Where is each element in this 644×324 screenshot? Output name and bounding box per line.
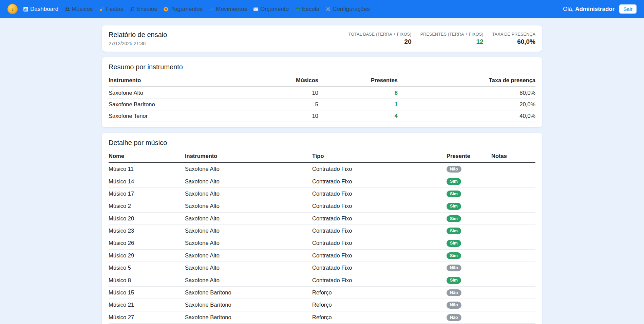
summary-row: Saxofone Barítono5120,0% xyxy=(109,99,535,110)
cell-tipo: Contratado Fixo xyxy=(312,175,447,187)
cell-presente: Sim xyxy=(447,249,491,262)
detail-table-body: Músico 11Saxofone AltoContratado FixoNão… xyxy=(109,163,535,324)
cell-presente: Sim xyxy=(447,237,491,249)
cell-taxa: 40,0% xyxy=(398,110,535,122)
nav-item-dashboard[interactable]: Dashboard xyxy=(23,6,58,13)
cell-presente: Não xyxy=(447,163,491,175)
cell-instrumento: Saxofone Alto xyxy=(185,163,312,175)
cell-notas xyxy=(491,237,535,249)
presence-badge: Não xyxy=(447,314,461,321)
nav-item-configuracoes[interactable]: Configurações xyxy=(325,6,370,13)
user-greeting: Olá, Administrador xyxy=(563,6,614,13)
cell-instrumento: Saxofone Tenor xyxy=(109,110,251,122)
school-icon xyxy=(295,6,300,12)
column-header-nome: Nome xyxy=(109,151,185,163)
nav-item-movimentos[interactable]: Movimentos xyxy=(209,6,247,13)
musician-row: Músico 27Saxofone BarítonoReforçoNão xyxy=(109,311,535,323)
presence-badge: Não xyxy=(447,166,461,173)
nav-item-escola[interactable]: Escola xyxy=(295,6,319,13)
stat-value: 20 xyxy=(348,38,412,46)
stat-total-base-terra-fixos-: TOTAL BASE (TERRA + FIXOS)20 xyxy=(348,32,412,46)
nav-item-label: Orçamento xyxy=(260,6,289,13)
app-logo[interactable]: ♪ xyxy=(7,4,18,14)
cell-nome: Músico 26 xyxy=(109,237,185,249)
cell-presente: Não xyxy=(447,299,491,311)
svg-text:$: $ xyxy=(165,7,167,11)
presence-badge: Sim xyxy=(447,277,461,284)
cell-notas xyxy=(491,311,535,323)
cell-notas xyxy=(491,299,535,311)
cell-presentes: 8 xyxy=(318,87,398,99)
cell-nome: Músico 21 xyxy=(109,299,185,311)
nav-item-ensaios[interactable]: Ensaios xyxy=(130,6,157,13)
musician-row: Músico 17Saxofone AltoContratado FixoSim xyxy=(109,187,535,200)
cell-tipo: Contratado Fixo xyxy=(312,212,447,224)
gear-icon xyxy=(325,6,331,12)
section-title-musician-detail: Detalhe por músico xyxy=(109,139,535,147)
main-nav: DashboardMúsicosFestasEnsaios$Pagamentos… xyxy=(23,6,370,13)
party-icon xyxy=(99,6,105,12)
cell-tipo: Contratado Fixo xyxy=(312,237,447,249)
nav-item-musicos[interactable]: Músicos xyxy=(64,6,93,13)
presence-badge: Sim xyxy=(447,252,461,259)
stat-value: 60,0% xyxy=(492,38,535,46)
cell-presente: Sim xyxy=(447,224,491,237)
cell-tipo: Contratado Fixo xyxy=(312,200,447,212)
report-header: Relatório de ensaio 27/12/2025 21:30 xyxy=(109,31,167,46)
presence-badge: Não xyxy=(447,265,461,271)
nav-item-orcamento[interactable]: Orçamento xyxy=(253,6,289,13)
detail-table: NomeInstrumentoTipoPresenteNotas Músico … xyxy=(109,151,535,324)
musician-row: Músico 23Saxofone AltoContratado FixoSim xyxy=(109,224,535,237)
summary-row: Saxofone Tenor10440,0% xyxy=(109,110,535,122)
cell-taxa: 80,0% xyxy=(398,87,535,99)
cell-nome: Músico 27 xyxy=(109,311,185,323)
cell-tipo: Contratado Fixo xyxy=(312,163,447,175)
cell-presente: Não xyxy=(447,286,491,299)
detail-table-head: NomeInstrumentoTipoPresenteNotas xyxy=(109,151,535,163)
cell-instrumento: Saxofone Alto xyxy=(185,237,312,249)
musician-row: Músico 5Saxofone AltoContratado FixoNão xyxy=(109,262,535,274)
cell-instrumento: Saxofone Alto xyxy=(185,187,312,200)
page-title: Relatório de ensaio xyxy=(109,31,167,39)
nav-item-festas[interactable]: Festas xyxy=(99,6,124,13)
cell-nome: Músico 23 xyxy=(109,224,185,237)
cell-notas xyxy=(491,274,535,286)
logout-button[interactable]: Sair xyxy=(619,4,637,14)
cell-presente: Sim xyxy=(447,187,491,200)
nav-item-label: Festas xyxy=(106,6,124,13)
cell-instrumento: Saxofone Barítono xyxy=(185,299,312,311)
section-title-instrument-summary: Resumo por instrumento xyxy=(109,63,535,71)
dashboard-icon xyxy=(23,6,29,12)
cell-instrumento: Saxofone Alto xyxy=(185,274,312,286)
musician-row: Músico 8Saxofone AltoContratado FixoSim xyxy=(109,274,535,286)
column-header-tipo: Tipo xyxy=(312,151,447,163)
people-icon xyxy=(64,6,70,12)
nav-item-label: Ensaios xyxy=(137,6,157,13)
presence-badge: Sim xyxy=(447,215,461,222)
cell-musicos: 10 xyxy=(251,110,318,122)
cell-notas xyxy=(491,224,535,237)
musician-row: Músico 26Saxofone AltoContratado FixoSim xyxy=(109,237,535,249)
envelope-icon xyxy=(253,6,259,12)
musician-detail-card: Detalhe por músico NomeInstrumentoTipoPr… xyxy=(102,133,542,324)
cell-nome: Músico 15 xyxy=(109,286,185,299)
cell-notas xyxy=(491,286,535,299)
cell-instrumento: Saxofone Alto xyxy=(185,200,312,212)
presence-badge: Não xyxy=(447,302,461,308)
cell-tipo: Contratado Fixo xyxy=(312,224,447,237)
report-page: Relatório de ensaio 27/12/2025 21:30 TOT… xyxy=(102,25,542,324)
musician-row: Músico 11Saxofone AltoContratado FixoNão xyxy=(109,163,535,175)
cell-notas xyxy=(491,262,535,274)
musician-row: Músico 15Saxofone BarítonoReforçoNão xyxy=(109,286,535,299)
column-header-notas: Notas xyxy=(491,151,535,163)
nav-item-label: Escola xyxy=(302,6,319,13)
nav-item-pagamentos[interactable]: $Pagamentos xyxy=(163,6,203,13)
instrument-summary-card: Resumo por instrumento InstrumentoMúsico… xyxy=(102,57,542,127)
nav-item-label: Músicos xyxy=(72,6,93,13)
cell-presentes: 1 xyxy=(318,99,398,110)
summary-table-head: InstrumentoMúsicosPresentesTaxa de prese… xyxy=(109,76,535,87)
cell-notas xyxy=(491,187,535,200)
musician-row: Músico 2Saxofone AltoContratado FixoSim xyxy=(109,200,535,212)
table-header-row: NomeInstrumentoTipoPresenteNotas xyxy=(109,151,535,163)
cell-presente: Não xyxy=(447,311,491,323)
